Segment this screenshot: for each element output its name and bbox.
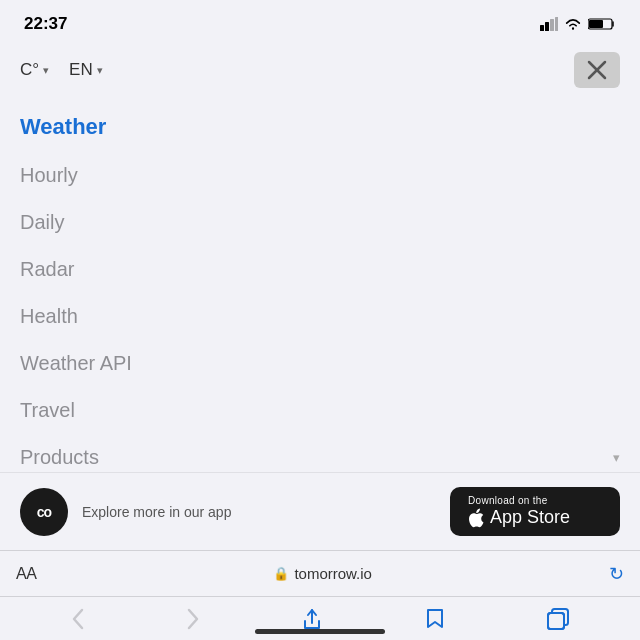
status-icons — [540, 17, 616, 31]
nav-item-products-label: Products — [20, 446, 99, 469]
svg-rect-1 — [545, 22, 549, 31]
nav-item-weather-api[interactable]: Weather API — [0, 340, 640, 387]
browser-url-text: tomorrow.io — [294, 565, 372, 582]
promo-bar: co Explore more in our app Download on t… — [0, 472, 640, 550]
nav-item-radar-label: Radar — [20, 258, 74, 281]
nav-item-daily[interactable]: Daily — [0, 199, 640, 246]
nav-item-hourly[interactable]: Hourly — [0, 152, 640, 199]
tabs-icon — [547, 608, 569, 630]
close-button[interactable] — [574, 52, 620, 88]
app-store-top-label: Download on the — [468, 495, 548, 506]
promo-left: co Explore more in our app — [20, 488, 231, 536]
battery-icon — [588, 17, 616, 31]
browser-bar: AA 🔒 tomorrow.io ↻ — [0, 550, 640, 596]
co-logo: co — [20, 488, 68, 536]
home-indicator — [255, 629, 385, 634]
bookmarks-icon — [424, 607, 446, 631]
lang-label: EN — [69, 60, 93, 80]
svg-point-4 — [572, 27, 574, 29]
temp-unit-label: C° — [20, 60, 39, 80]
app-store-label: App Store — [490, 507, 570, 528]
apple-logo-icon — [468, 508, 484, 528]
nav-item-weather-api-label: Weather API — [20, 352, 132, 375]
app-store-bottom: App Store — [468, 507, 570, 528]
tabs-button[interactable] — [531, 602, 585, 636]
share-icon — [302, 607, 322, 631]
status-time: 22:37 — [24, 14, 67, 34]
co-logo-text: co — [37, 504, 51, 520]
temp-chevron: ▾ — [43, 64, 49, 77]
back-button[interactable] — [55, 602, 101, 636]
back-icon — [71, 608, 85, 630]
forward-button[interactable] — [170, 602, 216, 636]
refresh-button[interactable]: ↻ — [609, 563, 624, 585]
wifi-icon — [564, 17, 582, 31]
bookmarks-button[interactable] — [408, 601, 462, 637]
promo-text: Explore more in our app — [82, 504, 231, 520]
nav-item-health-label: Health — [20, 305, 78, 328]
nav-menu: Weather Hourly Daily Radar Health Weathe… — [0, 96, 640, 491]
nav-item-daily-label: Daily — [20, 211, 64, 234]
temp-selector[interactable]: C° ▾ — [20, 60, 49, 80]
temp-lang-group: C° ▾ EN ▾ — [20, 60, 103, 80]
browser-url-area[interactable]: 🔒 tomorrow.io — [273, 565, 372, 582]
forward-icon — [186, 608, 200, 630]
svg-rect-11 — [548, 613, 564, 629]
app-store-button[interactable]: Download on the App Store — [450, 487, 620, 536]
nav-item-hourly-label: Hourly — [20, 164, 78, 187]
svg-rect-3 — [555, 17, 558, 31]
nav-item-travel-label: Travel — [20, 399, 75, 422]
svg-rect-2 — [550, 19, 554, 31]
close-x-icon — [585, 58, 609, 82]
svg-rect-0 — [540, 25, 544, 31]
lang-selector[interactable]: EN ▾ — [69, 60, 103, 80]
status-bar: 22:37 — [0, 0, 640, 44]
nav-item-travel[interactable]: Travel — [0, 387, 640, 434]
nav-section-title: Weather — [0, 106, 640, 152]
top-bar: C° ▾ EN ▾ — [0, 44, 640, 96]
svg-rect-6 — [589, 20, 603, 28]
browser-aa-button[interactable]: AA — [16, 565, 36, 583]
nav-item-radar[interactable]: Radar — [0, 246, 640, 293]
nav-item-health[interactable]: Health — [0, 293, 640, 340]
products-chevron-icon: ▾ — [613, 450, 620, 465]
lock-icon: 🔒 — [273, 566, 289, 581]
lang-chevron: ▾ — [97, 64, 103, 77]
signal-icon — [540, 17, 558, 31]
